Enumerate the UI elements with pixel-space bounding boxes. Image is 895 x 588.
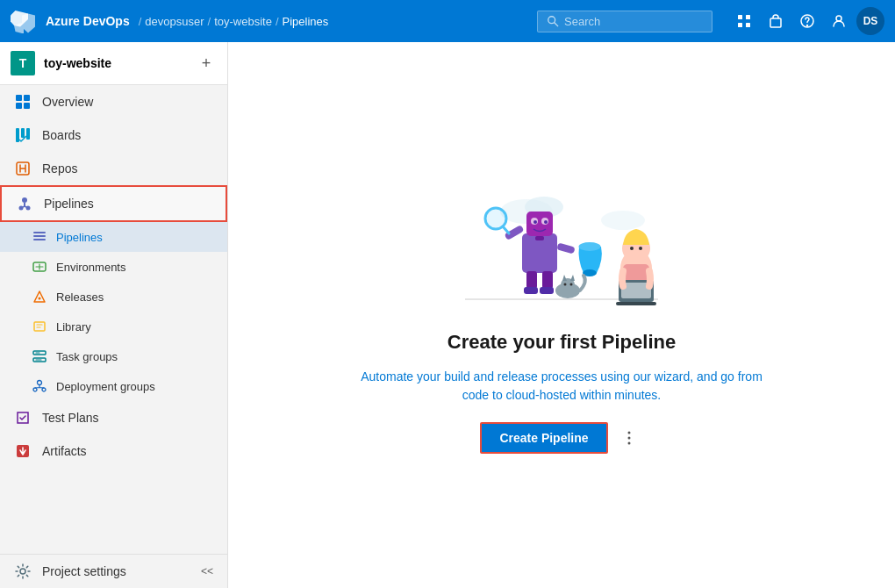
desc-line2: code to cloud-hosted within minutes.: [462, 388, 661, 402]
deploymentgroups-icon: [32, 378, 47, 394]
sidebar-item-projectsettings[interactable]: Project settings <<: [0, 555, 227, 588]
svg-point-42: [533, 220, 537, 224]
svg-rect-52: [540, 287, 554, 294]
brand-name: Azure DevOps: [46, 14, 130, 28]
svg-rect-51: [524, 287, 538, 294]
sidebar: T toy-website + Overview: [0, 42, 228, 588]
more-options-button[interactable]: [615, 424, 643, 452]
settings-grid-icon[interactable]: [730, 7, 758, 35]
boards-icon: [14, 126, 32, 144]
sidebar-subitem-taskgroups-label: Task groups: [56, 350, 118, 363]
svg-rect-12: [16, 103, 22, 109]
svg-rect-15: [21, 128, 25, 138]
svg-point-43: [544, 220, 548, 224]
taskgroups-icon: [32, 348, 47, 364]
search-input[interactable]: [564, 15, 696, 28]
sidebar-artifacts-label: Artifacts: [42, 444, 87, 458]
library-icon: [32, 319, 47, 334]
svg-rect-50: [542, 271, 553, 289]
svg-point-30: [33, 388, 37, 391]
sidebar-subitem-pipelines[interactable]: Pipelines: [0, 222, 227, 252]
releases-icon: [32, 289, 47, 305]
svg-point-53: [579, 242, 601, 251]
environments-icon: [32, 259, 47, 275]
sidebar-subitem-releases-label: Releases: [56, 290, 104, 304]
shopping-bag-icon[interactable]: [762, 7, 790, 35]
svg-point-33: [20, 569, 25, 574]
main-content-area: Create your first Pipeline Automate your…: [228, 42, 895, 588]
sidebar-overview-label: Overview: [42, 95, 93, 109]
sidebar-subitem-library[interactable]: Library: [0, 312, 227, 341]
sidebar-item-testplans[interactable]: Test Plans: [0, 401, 227, 434]
svg-marker-57: [562, 275, 567, 281]
pipelines-sub-icon: [32, 229, 47, 245]
svg-point-70: [627, 437, 630, 440]
svg-line-47: [503, 226, 509, 233]
svg-rect-49: [526, 271, 537, 289]
breadcrumb-sep2: /: [208, 15, 211, 28]
sidebar-subitem-deploymentgroups-label: Deployment groups: [56, 380, 155, 393]
sidebar-subitem-taskgroups[interactable]: Task groups: [0, 341, 227, 371]
svg-point-9: [836, 16, 841, 21]
pipeline-empty-state: Create your first Pipeline Automate your…: [361, 176, 763, 454]
svg-rect-11: [24, 95, 30, 101]
top-navigation: Azure DevOps / devopsuser / toy-website …: [0, 0, 895, 42]
pipeline-empty-desc: Automate your build and release processe…: [361, 368, 763, 405]
sidebar-subitem-deploymentgroups[interactable]: Deployment groups: [0, 371, 227, 401]
svg-point-29: [38, 381, 42, 385]
sidebar-item-boards[interactable]: Boards: [0, 118, 227, 152]
sidebar-subitem-environments[interactable]: Environments: [0, 252, 227, 282]
breadcrumb-project[interactable]: toy-website: [214, 15, 272, 28]
search-bar[interactable]: [537, 11, 712, 32]
project-icon: T: [11, 51, 35, 75]
sidebar-subitem-pipelines-label: Pipelines: [56, 231, 103, 244]
breadcrumb: / devopsuser / toy-website / Pipelines: [139, 15, 329, 28]
pipeline-empty-title: Create your first Pipeline: [448, 331, 676, 354]
sidebar-repos-label: Repos: [42, 161, 77, 176]
breadcrumb-org[interactable]: devopsuser: [145, 15, 204, 28]
svg-point-36: [601, 211, 645, 230]
svg-rect-14: [16, 128, 19, 142]
svg-rect-16: [26, 128, 30, 140]
sidebar-subitem-environments-label: Environments: [56, 261, 125, 274]
create-pipeline-button[interactable]: Create Pipeline: [480, 422, 607, 454]
svg-rect-5: [746, 23, 750, 27]
svg-point-71: [627, 442, 630, 445]
svg-point-18: [22, 197, 27, 203]
svg-rect-6: [770, 18, 781, 27]
svg-rect-2: [738, 15, 742, 19]
user-icon[interactable]: [825, 7, 853, 35]
sidebar-item-overview[interactable]: Overview: [0, 85, 227, 118]
svg-rect-3: [746, 15, 750, 19]
add-project-button[interactable]: +: [196, 53, 217, 74]
svg-rect-39: [526, 212, 553, 236]
sidebar-boards-label: Boards: [42, 128, 81, 142]
collapse-icon[interactable]: <<: [201, 565, 213, 577]
action-row: Create Pipeline: [480, 422, 642, 454]
svg-rect-21: [33, 235, 46, 237]
svg-point-64: [630, 247, 634, 250]
testplans-icon: [14, 409, 32, 427]
svg-point-8: [807, 25, 808, 26]
svg-rect-23: [33, 232, 46, 233]
svg-rect-68: [616, 302, 656, 305]
svg-point-31: [42, 388, 46, 391]
search-icon: [547, 15, 559, 27]
svg-marker-58: [570, 275, 575, 281]
svg-rect-44: [535, 236, 544, 240]
project-name: toy-website: [44, 56, 196, 70]
svg-point-60: [570, 283, 573, 286]
repos-icon: [14, 160, 32, 177]
sidebar-item-repos[interactable]: Repos: [0, 152, 227, 185]
sidebar-item-pipelines[interactable]: Pipelines: [0, 185, 227, 222]
project-header: T toy-website +: [0, 42, 227, 85]
sidebar-projectsettings-label: Project settings: [42, 564, 126, 578]
svg-point-0: [548, 17, 555, 24]
avatar[interactable]: DS: [856, 7, 884, 35]
sidebar-item-artifacts[interactable]: Artifacts: [0, 434, 227, 468]
sidebar-subitem-releases[interactable]: Releases: [0, 282, 227, 312]
pipelines-icon: [16, 195, 33, 212]
main-layout: T toy-website + Overview: [0, 42, 895, 588]
help-icon[interactable]: [793, 7, 821, 35]
svg-rect-13: [24, 103, 30, 109]
